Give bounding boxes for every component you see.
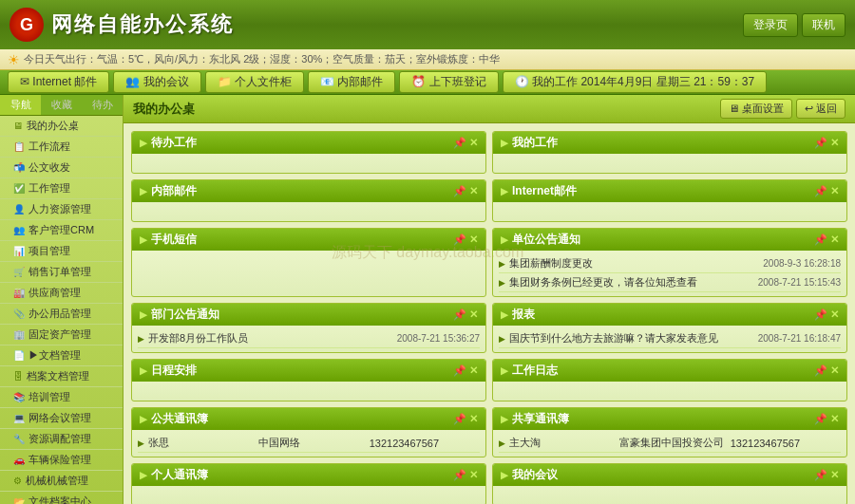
- sidebar-item-doc[interactable]: 📬公文收发: [0, 158, 123, 178]
- panel-shared-contacts: ▶共享通讯簿 📌✕ ▶ 主大淘 富豪集团中国投资公司 132123467567: [492, 407, 847, 457]
- panel-public-contacts: ▶公共通讯簿 📌✕ ▶ 张思 中国网络 132123467567: [131, 407, 486, 457]
- panel-my-meeting-pin[interactable]: 📌: [814, 469, 827, 481]
- weather-icon: ☀: [8, 52, 20, 67]
- panel-shared-contacts-pin[interactable]: 📌: [814, 413, 827, 425]
- header-actions: 登录页 联机: [743, 13, 846, 37]
- panel-internal-mail-body: [132, 202, 485, 221]
- panel-personal-contacts-close[interactable]: ✕: [469, 469, 478, 481]
- login-btn[interactable]: 登录页: [743, 13, 798, 37]
- sidebar-tab-nav[interactable]: 导航: [0, 95, 41, 115]
- panel-work-diary-pin[interactable]: 📌: [814, 364, 827, 377]
- sidebar-item-workflow[interactable]: 📋工作流程: [0, 137, 123, 158]
- list-item[interactable]: ▶集团薪酬制度更改2008-9-3 16:28:18: [499, 254, 841, 273]
- sidebar-item-my-desk[interactable]: 🖥我的办公桌: [0, 116, 123, 137]
- panel-internal-mail-close[interactable]: ✕: [469, 185, 478, 197]
- panel-mobile-sms-body: [132, 251, 485, 270]
- list-item[interactable]: ▶ 张思 中国网络 132123467567: [138, 434, 480, 453]
- list-item[interactable]: ▶开发部8月份工作队员2008-7-21 15:36:27: [138, 329, 480, 348]
- sidebar-item-resource[interactable]: 🔧资源调配管理: [0, 429, 123, 450]
- panel-mobile-sms-pin[interactable]: 📌: [453, 233, 466, 246]
- panel-internet-mail: ▶Internet邮件 📌✕: [492, 179, 847, 222]
- panel-dept-notice-header: ▶部门公告通知 📌✕: [132, 304, 485, 326]
- sidebar-item-office-supply[interactable]: 📎办公用品管理: [0, 304, 123, 325]
- sidebar-item-sales[interactable]: 🛒销售订单管理: [0, 262, 123, 283]
- panel-personal-contacts-header: ▶个人通讯簿 📌✕: [132, 464, 485, 486]
- panel-personal-contacts-body: [132, 486, 485, 504]
- sidebar-item-work-mgmt[interactable]: ✅工作管理: [0, 178, 123, 199]
- panel-dept-notice: ▶部门公告通知 📌✕ ▶开发部8月份工作队员2008-7-21 15:36:27: [131, 303, 486, 353]
- sidebar-item-docs[interactable]: 📄▶文档管理: [0, 345, 123, 366]
- list-item[interactable]: ▶ 主大淘 富豪集团中国投资公司 132123467567: [499, 434, 841, 453]
- sidebar-tab-todo[interactable]: 待办: [82, 95, 123, 115]
- sidebar-item-project[interactable]: 📊项目管理: [0, 241, 123, 262]
- panel-my-meeting-close[interactable]: ✕: [830, 469, 839, 481]
- logo-icon: G: [10, 8, 44, 42]
- panel-public-contacts-pin[interactable]: 📌: [453, 413, 466, 425]
- nav-personal-file[interactable]: 📁 个人文件柜: [205, 71, 304, 93]
- panel-internet-mail-pin[interactable]: 📌: [814, 185, 827, 197]
- panel-personal-contacts: ▶个人通讯簿 📌✕: [131, 463, 486, 504]
- panel-dept-notice-close[interactable]: ✕: [469, 308, 478, 321]
- sidebar-item-assets[interactable]: 🏢固定资产管理: [0, 325, 123, 345]
- nav-internet-mail[interactable]: ✉ Internet 邮件: [8, 71, 109, 93]
- panel-public-contacts-body: ▶ 张思 中国网络 132123467567: [132, 430, 485, 457]
- header: G 网络自能办公系统 登录页 联机: [0, 0, 855, 49]
- panel-internal-mail-header: ▶内部邮件 📌✕: [132, 180, 485, 202]
- content-header: 我的办公桌 🖥 桌面设置 ↩ 返回: [124, 95, 855, 123]
- sidebar-item-supplier[interactable]: 🏭供应商管理: [0, 283, 123, 304]
- panel-schedule-pin[interactable]: 📌: [453, 364, 466, 377]
- panel-work-diary: ▶工作日志 📌✕: [492, 359, 847, 401]
- nav-meeting[interactable]: 👥 我的会议: [113, 71, 200, 93]
- panel-unit-notice-body: ▶集团薪酬制度更改2008-9-3 16:28:18 ▶集团财务条例已经更改，请…: [493, 251, 846, 296]
- panel-my-meeting: ▶我的会议 📌✕: [492, 463, 847, 504]
- panel-reports-close[interactable]: ✕: [830, 308, 839, 321]
- panel-unit-notice-pin[interactable]: 📌: [814, 233, 827, 246]
- sidebar-item-archive[interactable]: 🗄档案文档管理: [0, 366, 123, 387]
- offline-btn[interactable]: 联机: [802, 13, 846, 37]
- list-item[interactable]: ▶国庆节到什么地方去旅游嘛？请大家发表意见2008-7-21 16:18:47: [499, 329, 841, 348]
- panel-my-meeting-header: ▶我的会议 📌✕: [493, 464, 846, 486]
- sidebar-item-vehicle[interactable]: 🚗车辆保险管理: [0, 450, 123, 471]
- panel-pending-work-pin[interactable]: 📌: [453, 137, 466, 149]
- panel-mobile-sms-close[interactable]: ✕: [469, 233, 478, 246]
- nav-bar: ✉ Internet 邮件 👥 我的会议 📁 个人文件柜 📧 内部邮件 ⏰ 上下…: [0, 70, 855, 95]
- list-item[interactable]: ▶集团财务条例已经更改，请各位知悉查看2008-7-21 15:15:43: [499, 273, 841, 292]
- sidebar-item-webconf[interactable]: 💻网络会议管理: [0, 408, 123, 429]
- panel-reports-pin[interactable]: 📌: [814, 308, 827, 321]
- panel-internal-mail-pin[interactable]: 📌: [453, 185, 466, 197]
- desktop-setting-btn[interactable]: 🖥 桌面设置: [720, 99, 792, 119]
- nav-attendance[interactable]: ⏰ 上下班登记: [399, 71, 498, 93]
- panel-my-work-close[interactable]: ✕: [830, 137, 839, 149]
- panel-work-diary-close[interactable]: ✕: [830, 364, 839, 377]
- content-header-actions: 🖥 桌面设置 ↩ 返回: [720, 99, 846, 119]
- panel-public-contacts-header: ▶公共通讯簿 📌✕: [132, 408, 485, 430]
- panel-public-contacts-close[interactable]: ✕: [469, 413, 478, 425]
- back-btn[interactable]: ↩ 返回: [796, 99, 846, 119]
- panel-unit-notice-header: ▶单位公告通知 📌✕: [493, 229, 846, 251]
- sidebar-item-machine[interactable]: ⚙机械机械管理: [0, 471, 123, 492]
- panel-internal-mail: ▶内部邮件 📌✕: [131, 179, 486, 222]
- panel-shared-contacts-close[interactable]: ✕: [830, 413, 839, 425]
- sidebar-item-crm[interactable]: 👥客户管理CRM: [0, 220, 123, 241]
- sidebar-item-hr[interactable]: 👤人力资源管理: [0, 199, 123, 220]
- panel-schedule: ▶日程安排 📌✕: [131, 359, 486, 401]
- panel-unit-notice-close[interactable]: ✕: [830, 233, 839, 246]
- panel-schedule-close[interactable]: ✕: [469, 364, 478, 377]
- panel-unit-notice: ▶单位公告通知 📌✕ ▶集团薪酬制度更改2008-9-3 16:28:18 ▶集…: [492, 228, 847, 297]
- nav-my-work-time[interactable]: 🕐 我的工作 2014年4月9日 星期三 21：59：37: [503, 71, 767, 93]
- panel-dept-notice-pin[interactable]: 📌: [453, 308, 466, 321]
- panel-pending-work-close[interactable]: ✕: [469, 137, 478, 149]
- panel-dept-notice-body: ▶开发部8月份工作队员2008-7-21 15:36:27: [132, 326, 485, 352]
- sidebar-item-training[interactable]: 📚培训管理: [0, 387, 123, 408]
- panel-my-work-pin[interactable]: 📌: [814, 137, 827, 149]
- panel-personal-contacts-pin[interactable]: 📌: [453, 469, 466, 481]
- panel-internet-mail-close[interactable]: ✕: [830, 185, 839, 197]
- panel-my-work-body: [493, 154, 846, 173]
- panel-my-meeting-body: [493, 486, 846, 504]
- panel-my-work: ▶我的工作 📌✕: [492, 131, 847, 174]
- nav-internal-mail[interactable]: 📧 内部邮件: [308, 71, 395, 93]
- sidebar-item-file-center[interactable]: 📂文件档案中心: [0, 492, 123, 504]
- panel-reports-header: ▶报表 📌✕: [493, 304, 846, 326]
- weather-text: 今日天气出行：气温：5℃，风向/风力：东北风 2级；湿度：30%；空气质量：茄天…: [24, 52, 500, 66]
- sidebar-tab-fav[interactable]: 收藏: [41, 95, 82, 115]
